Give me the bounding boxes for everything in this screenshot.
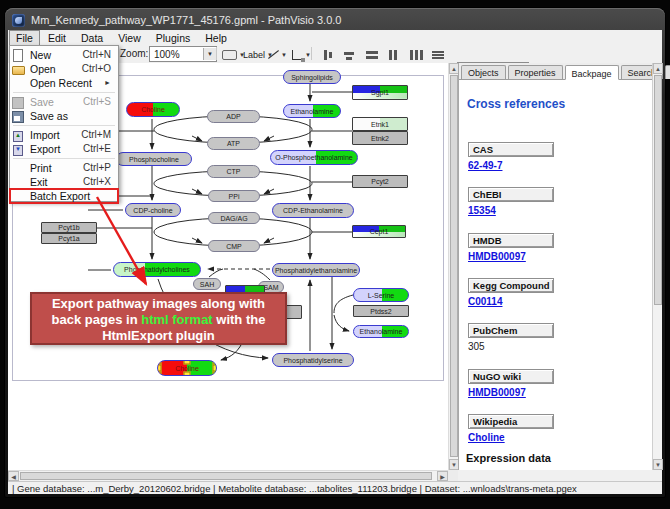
canvas-horizontal-scrollbar[interactable]: ◀ ▶ — [8, 470, 448, 481]
xref-value-chebi[interactable]: 15354 — [468, 205, 496, 216]
align-horizontal-center-button[interactable] — [318, 46, 338, 63]
node-ethanolamine-bottom[interactable]: Ethanolamine — [353, 325, 409, 338]
menu-item-open[interactable]: OpenCtrl+O — [10, 62, 118, 76]
menu-view[interactable]: View — [111, 30, 148, 46]
node-label: Etnk1 — [371, 121, 389, 128]
node-ctp[interactable]: CTP — [207, 165, 260, 178]
node-choline-top[interactable]: Choline — [126, 102, 180, 117]
node-etnk1[interactable]: Etnk1 — [352, 117, 408, 131]
node-pcyt1a[interactable]: Pcyt1a — [41, 233, 97, 244]
selection-handle[interactable] — [213, 365, 218, 372]
menu-data[interactable]: Data — [74, 30, 110, 46]
node-sah[interactable]: SAH — [193, 278, 221, 290]
node-choline-selected[interactable]: Choline — [157, 360, 217, 376]
node-label: O-Phosphoethanolamine — [275, 154, 352, 161]
scrollbar-thumb[interactable] — [20, 472, 432, 480]
distribute-vertical-button[interactable] — [428, 46, 448, 63]
xref-value-nugo-wiki[interactable]: HMDB00097 — [468, 387, 526, 398]
node-label: Phosphatidylcholines — [124, 266, 190, 273]
scroll-left-icon[interactable]: ◀ — [8, 471, 19, 481]
node-adp[interactable]: ADP — [207, 110, 260, 123]
selection-handle[interactable] — [184, 360, 191, 365]
menu-item-label: Print — [30, 161, 52, 175]
distribute-horizontal-button[interactable] — [406, 46, 426, 63]
node-label: Ethanolamine — [360, 328, 403, 335]
node-dag-ag[interactable]: DAG/AG — [208, 212, 260, 224]
xref-value-cas[interactable]: 62-49-7 — [468, 160, 502, 171]
node-ppi[interactable]: PPi — [208, 190, 260, 202]
chevron-down-icon[interactable]: ▼ — [281, 52, 287, 58]
xref-value-wikipedia[interactable]: Choline — [468, 432, 505, 443]
xref-value-hmdb[interactable]: HMDB00097 — [468, 251, 526, 262]
chevron-down-icon[interactable]: ▼ — [305, 52, 311, 58]
panel-scrollbar[interactable]: ▲ ▼ — [652, 63, 662, 470]
menu-separator — [13, 158, 115, 159]
node-phosphatidylserine[interactable]: Phosphatidylserine — [272, 353, 354, 367]
menu-item-shortcut: Ctrl+N — [82, 48, 111, 62]
scrollbar-thumb[interactable] — [654, 75, 662, 305]
menu-item-save-as[interactable]: Save as — [10, 109, 118, 123]
xref-value-kegg-compound[interactable]: C00114 — [468, 296, 502, 307]
node-pcyt2[interactable]: Pcyt2 — [352, 175, 408, 188]
node-phosphatidylethanolamine[interactable]: Phosphatidylethanolamine — [272, 263, 360, 277]
screen: Mm_Kennedy_pathway_WP1771_45176.gpml - P… — [0, 0, 670, 509]
selection-handle[interactable] — [157, 365, 162, 372]
menu-item-print[interactable]: PrintCtrl+P — [10, 161, 118, 175]
scroll-up-icon[interactable]: ▲ — [653, 63, 663, 74]
tool-label: Label — [243, 50, 265, 60]
align-vertical-center-button[interactable] — [340, 46, 360, 63]
window-title: Mm_Kennedy_pathway_WP1771_45176.gpml - P… — [31, 14, 341, 26]
backpage-panel: ObjectsPropertiesBackpageSearchLegend Cr… — [458, 63, 652, 470]
node-phosphatidylcholines[interactable]: Phosphatidylcholines — [113, 262, 201, 277]
xref-db-wikipedia: Wikipedia — [468, 414, 554, 429]
export-icon — [10, 143, 26, 155]
canvas-vertical-scrollbar[interactable]: ▲ ▼ — [448, 63, 458, 470]
node-pcyt1b[interactable]: Pcyt1b — [41, 222, 97, 233]
menu-item-exit[interactable]: ExitCtrl+X — [10, 175, 118, 189]
node-cdp-choline[interactable]: CDP-choline — [125, 203, 181, 217]
common-height-button[interactable] — [384, 46, 404, 63]
node-o-phosphoethanolamine[interactable]: O-Phosphoethanolamine — [270, 150, 358, 165]
tab-properties[interactable]: Properties — [508, 65, 563, 79]
tab-backpage[interactable]: Backpage — [565, 65, 619, 80]
node-atp[interactable]: ATP — [207, 137, 260, 150]
statusbar: | Gene database: ...m_Derby_20120602.bri… — [8, 481, 662, 494]
node-ethanolamine-top[interactable]: Ethanolamine — [283, 104, 341, 118]
chevron-down-icon[interactable]: ▼ — [203, 48, 216, 60]
menu-item-import[interactable]: ImportCtrl+M — [10, 128, 118, 142]
zoom-combobox[interactable]: 100% ▼ — [149, 46, 217, 62]
menu-item-batch-export[interactable]: Batch Export — [10, 189, 118, 203]
node-etnk2[interactable]: Etnk2 — [352, 131, 408, 145]
menu-help[interactable]: Help — [198, 30, 234, 46]
menu-item-open-recent[interactable]: Open Recent► — [10, 76, 118, 90]
node-sphingolipids[interactable]: Sphingolipids — [283, 70, 341, 84]
tab-objects[interactable]: Objects — [461, 65, 506, 79]
menu-file[interactable]: File — [9, 30, 40, 46]
node-sgpl1[interactable]: Sgpl1 — [352, 85, 408, 100]
tool-connector-tool-icon[interactable]: ▼ — [289, 46, 314, 63]
menu-item-label: Open — [30, 62, 56, 76]
node-l-serine[interactable]: L-Serine — [353, 288, 409, 302]
common-width-button[interactable] — [362, 46, 382, 63]
app-icon — [12, 14, 25, 27]
node-cmp[interactable]: CMP — [208, 240, 260, 252]
node-label: Pcyt2 — [371, 178, 389, 185]
menu-edit[interactable]: Edit — [41, 30, 73, 46]
tab-legend[interactable]: Legend — [665, 65, 670, 79]
menu-item-new[interactable]: NewCtrl+N — [10, 48, 118, 62]
scroll-right-icon[interactable]: ▶ — [437, 471, 448, 481]
node-phosphocholine[interactable]: Phosphocholine — [116, 152, 192, 166]
selection-handle[interactable] — [184, 372, 191, 377]
xref-db-nugo-wiki: NuGO wiki — [468, 369, 554, 384]
menu-plugins[interactable]: Plugins — [149, 30, 197, 46]
scroll-down-icon[interactable]: ▼ — [653, 459, 663, 470]
menu-item-save[interactable]: SaveCtrl+S — [10, 95, 118, 109]
node-ptdss2[interactable]: Ptdss2 — [353, 305, 409, 317]
titlebar[interactable]: Mm_Kennedy_pathway_WP1771_45176.gpml - P… — [12, 11, 652, 29]
node-cdp-ethanolamine[interactable]: CDP-Ethanolamine — [272, 203, 354, 218]
node-cept1[interactable]: Cept1 — [352, 225, 406, 238]
scrollbar-thumb[interactable] — [450, 75, 458, 457]
node-label: Phosphocholine — [129, 156, 179, 163]
tool-line-tool-icon[interactable]: ▼ — [264, 46, 290, 63]
menu-item-export[interactable]: ExportCtrl+E — [10, 142, 118, 156]
